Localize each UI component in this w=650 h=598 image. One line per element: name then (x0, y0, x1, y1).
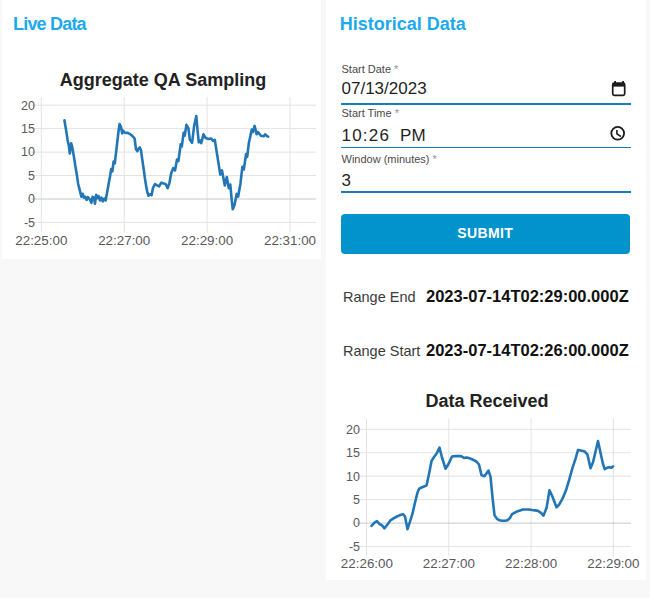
svg-text:10: 10 (21, 145, 35, 159)
svg-text:22:27:00: 22:27:00 (98, 233, 150, 248)
svg-text:22:31:00: 22:31:00 (264, 233, 316, 248)
svg-text:22:28:00: 22:28:00 (505, 556, 557, 571)
svg-text:0: 0 (353, 516, 360, 530)
svg-text:20: 20 (346, 423, 360, 437)
svg-text:5: 5 (28, 169, 35, 183)
svg-text:-5: -5 (24, 216, 35, 230)
svg-text:Aggregate QA Sampling: Aggregate QA Sampling (60, 70, 266, 90)
svg-text:5: 5 (353, 493, 360, 507)
svg-text:10: 10 (346, 470, 360, 484)
svg-text:15: 15 (21, 122, 35, 136)
svg-text:20: 20 (21, 99, 35, 113)
svg-text:-5: -5 (349, 540, 360, 554)
svg-text:Data Received: Data Received (425, 391, 548, 411)
svg-text:22:29:00: 22:29:00 (587, 556, 639, 571)
svg-text:0: 0 (28, 192, 35, 206)
svg-text:15: 15 (346, 446, 360, 460)
svg-text:22:27:00: 22:27:00 (423, 556, 475, 571)
svg-text:22:25:00: 22:25:00 (15, 233, 67, 248)
svg-text:22:26:00: 22:26:00 (341, 556, 393, 571)
svg-text:22:29:00: 22:29:00 (181, 233, 233, 248)
